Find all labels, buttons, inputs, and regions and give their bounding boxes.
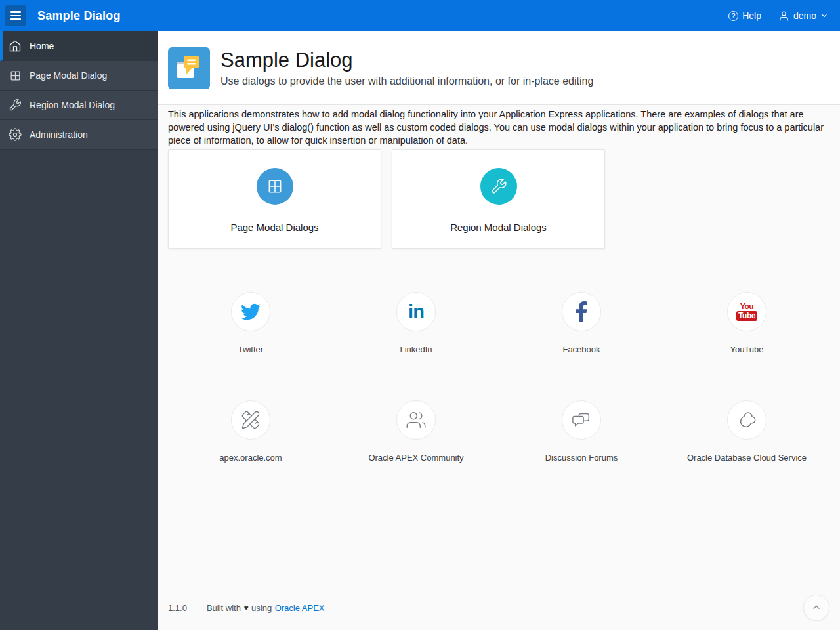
card-page-modal-dialogs[interactable]: Page Modal Dialogs: [168, 149, 381, 249]
app-footer: 1.1.0 Built with ♥ using Oracle APEX: [158, 585, 840, 630]
youtube-wordmark: You Tube: [736, 303, 757, 321]
wrench-icon: [9, 98, 22, 112]
link-apex-oracle-com[interactable]: apex.oracle.com: [168, 400, 333, 463]
hamburger-icon: [10, 11, 21, 20]
intro-text: This applications demonstrates how to ad…: [168, 108, 830, 147]
page-header: Sample Dialog Use dialogs to provide the…: [158, 32, 840, 105]
home-icon: [9, 39, 22, 52]
link-label: apex.oracle.com: [219, 453, 282, 463]
linkedin-icon: in: [396, 292, 436, 331]
link-label: Oracle APEX Community: [368, 453, 463, 463]
cards-row: Page Modal Dialogs Region Modal Dialogs: [168, 149, 830, 249]
link-facebook[interactable]: Facebook: [499, 292, 664, 354]
sidebar-item-label: Region Modal Dialog: [30, 100, 115, 110]
page-subtitle: Use dialogs to provide the user with add…: [220, 75, 593, 87]
sidebar-item-region-modal-dialog[interactable]: Region Modal Dialog: [0, 91, 158, 120]
sidebar-item-home[interactable]: Home: [0, 32, 158, 61]
chat-bubbles-icon: [562, 400, 601, 440]
chevron-up-icon: [811, 602, 822, 613]
quick-links-grid: Twitter in LinkedIn Facebook You Tube: [168, 292, 830, 463]
hamburger-menu-button[interactable]: [5, 5, 26, 26]
sidebar-item-label: Page Modal Dialog: [30, 70, 107, 81]
content-body: This applications demonstrates how to ad…: [158, 105, 840, 585]
youtube-wordmark-bottom: Tube: [736, 311, 757, 321]
sidebar-nav: Home Page Modal Dialog Region Modal Dial…: [0, 32, 158, 150]
link-label: Oracle Database Cloud Service: [687, 453, 807, 463]
sidebar-item-label: Home: [30, 41, 54, 51]
grid-icon: [257, 168, 293, 205]
gear-icon: [9, 128, 22, 141]
page-title: Sample Dialog: [220, 49, 593, 72]
users-icon: [396, 400, 436, 440]
link-youtube[interactable]: You Tube YouTube: [664, 292, 830, 354]
user-name: demo: [793, 10, 816, 21]
built-with-text: Built with ♥ using Oracle APEX: [207, 603, 325, 613]
twitter-icon: [231, 292, 270, 331]
link-label: Discussion Forums: [545, 453, 618, 463]
version-text: 1.1.0: [168, 603, 187, 613]
link-label: LinkedIn: [400, 345, 432, 354]
link-label: Twitter: [238, 345, 263, 354]
built-with-prefix: Built with: [207, 603, 241, 613]
youtube-icon: You Tube: [727, 292, 766, 331]
user-icon: [778, 10, 789, 22]
heart-icon: ♥: [243, 603, 248, 612]
link-oracle-apex-community[interactable]: Oracle APEX Community: [333, 400, 499, 463]
help-link[interactable]: ? Help: [728, 10, 761, 21]
sidebar-item-administration[interactable]: Administration: [0, 120, 158, 150]
user-menu[interactable]: demo: [778, 10, 828, 22]
main-region: Sample Dialog Use dialogs to provide the…: [158, 32, 840, 630]
scroll-to-top-button[interactable]: [803, 595, 830, 621]
link-oracle-database-cloud-service[interactable]: Oracle Database Cloud Service: [664, 400, 830, 463]
oracle-apex-link[interactable]: Oracle APEX: [275, 603, 325, 613]
youtube-wordmark-top: You: [740, 303, 753, 310]
link-twitter[interactable]: Twitter: [168, 292, 333, 354]
header-right: ? Help demo: [728, 10, 828, 22]
grid-icon: [9, 69, 22, 82]
sidebar-item-label: Administration: [30, 129, 88, 140]
page-header-text: Sample Dialog Use dialogs to provide the…: [220, 49, 593, 87]
app-header: Sample Dialog ? Help demo: [0, 0, 840, 32]
help-icon: ?: [728, 11, 738, 21]
link-linkedin[interactable]: in LinkedIn: [333, 292, 499, 354]
link-discussion-forums[interactable]: Discussion Forums: [499, 400, 664, 463]
linkedin-wordmark: in: [408, 303, 424, 322]
help-label: Help: [742, 10, 761, 21]
chevron-down-icon: [820, 12, 828, 20]
app-title: Sample Dialog: [37, 9, 121, 23]
facebook-icon: [562, 292, 601, 331]
link-label: Facebook: [562, 345, 600, 354]
link-label: YouTube: [730, 345, 763, 354]
wrench-icon: [480, 168, 517, 205]
card-label: Region Modal Dialogs: [450, 222, 547, 233]
sidebar: Home Page Modal Dialog Region Modal Dial…: [0, 32, 158, 630]
pencil-ruler-icon: [231, 400, 270, 440]
built-with-using: using: [251, 603, 272, 613]
card-label: Page Modal Dialogs: [230, 222, 318, 233]
sidebar-item-page-modal-dialog[interactable]: Page Modal Dialog: [0, 61, 158, 91]
card-region-modal-dialogs[interactable]: Region Modal Dialogs: [392, 149, 605, 249]
cloud-icon: [727, 400, 766, 440]
app-logo-icon: [168, 47, 210, 89]
